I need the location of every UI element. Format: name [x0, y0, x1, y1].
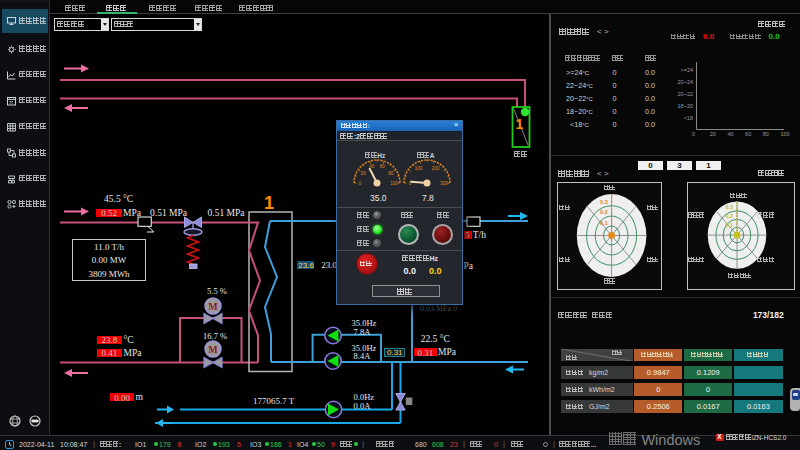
svg-text:100: 100	[390, 181, 398, 186]
svg-text:60: 60	[379, 164, 385, 169]
svg-text:80: 80	[388, 171, 394, 176]
svg-text:20: 20	[360, 171, 366, 176]
svg-text:200: 200	[432, 166, 440, 171]
svg-text:100: 100	[415, 166, 423, 171]
svg-text:M: M	[208, 344, 218, 355]
svg-text:M: M	[208, 301, 218, 312]
svg-text:0: 0	[358, 181, 361, 186]
svg-text:300: 300	[440, 181, 448, 186]
